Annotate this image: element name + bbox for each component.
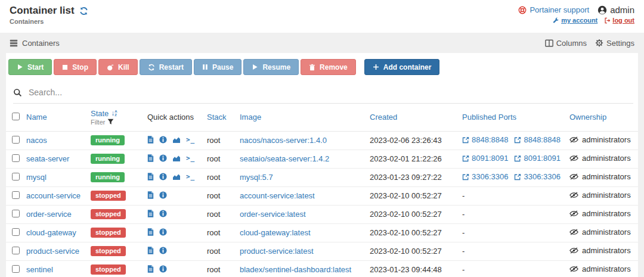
stats-icon[interactable]: [172, 136, 181, 143]
search-bar: [13, 82, 633, 104]
container-actions-toolbar: StartStopKillRestartPauseResumeRemoveAdd…: [6, 53, 638, 77]
container-name-link[interactable]: cloud-gateway: [26, 228, 76, 237]
filter-icon[interactable]: [107, 119, 114, 125]
console-icon[interactable]: >_: [186, 136, 195, 144]
image-link[interactable]: cloud-gateway:latest: [240, 228, 311, 237]
row-checkbox[interactable]: [12, 173, 20, 180]
column-header-created[interactable]: Created: [367, 104, 460, 131]
kill-button[interactable]: Kill: [98, 59, 138, 75]
state-badge: running: [91, 172, 125, 182]
inspect-icon[interactable]: [159, 154, 167, 162]
refresh-icon[interactable]: [79, 7, 88, 15]
console-icon[interactable]: >_: [186, 173, 195, 180]
start-button[interactable]: Start: [8, 59, 52, 75]
column-header-image[interactable]: Image: [237, 104, 367, 131]
image-link[interactable]: seataio/seata-server:1.4.2: [240, 154, 329, 163]
row-checkbox[interactable]: [12, 228, 20, 236]
column-header-name[interactable]: Name: [24, 104, 88, 131]
state-badge: stopped: [91, 264, 126, 275]
image-link[interactable]: bladex/sentinel-dashboard:latest: [240, 265, 351, 274]
container-name-link[interactable]: nacos: [26, 136, 47, 145]
row-checkbox[interactable]: [12, 247, 20, 254]
search-input[interactable]: [27, 87, 633, 98]
remove-button[interactable]: Remove: [301, 59, 356, 75]
portainer-support-link[interactable]: Portainer support: [518, 5, 589, 14]
image-link[interactable]: nacos/nacos-server:1.4.0: [240, 136, 327, 145]
logs-icon[interactable]: [147, 173, 154, 180]
container-name-link[interactable]: seata-server: [26, 154, 69, 163]
log-out-link[interactable]: log out: [604, 17, 634, 24]
logs-icon[interactable]: [147, 136, 154, 144]
published-port-link[interactable]: 8848:8848: [514, 135, 560, 144]
select-all-checkbox[interactable]: [12, 113, 20, 120]
logs-icon[interactable]: [147, 228, 154, 236]
sign-out-icon: [604, 17, 611, 24]
eye-slash-icon: [569, 228, 578, 236]
image-link[interactable]: product-service:latest: [240, 247, 314, 256]
username: admin: [610, 5, 634, 15]
published-port-link[interactable]: 3306:3306: [514, 172, 560, 181]
inspect-icon[interactable]: [159, 247, 167, 254]
settings-button[interactable]: Settings: [595, 39, 634, 48]
container-name-link[interactable]: mysql: [26, 173, 47, 182]
created-value: 2023-02-10 00:52:27: [370, 228, 442, 237]
inspect-icon[interactable]: [159, 173, 167, 180]
row-checkbox[interactable]: [12, 191, 20, 199]
sort-alpha-icon: ↓AZ: [111, 109, 117, 118]
state-badge: stopped: [91, 246, 126, 256]
add-container-button[interactable]: Add container: [364, 59, 440, 75]
row-checkbox[interactable]: [12, 210, 20, 217]
user-menu[interactable]: admin: [597, 5, 634, 15]
column-header-ownership[interactable]: Ownership: [567, 104, 638, 131]
pause-button[interactable]: Pause: [194, 59, 242, 75]
row-checkbox[interactable]: [12, 265, 20, 273]
container-name-link[interactable]: order-service: [26, 210, 72, 219]
logs-icon[interactable]: [147, 265, 154, 273]
column-header-published-ports[interactable]: Published Ports: [460, 104, 567, 131]
published-port-link[interactable]: 8091:8091: [514, 154, 560, 163]
eye-slash-icon: [569, 173, 578, 180]
inspect-icon[interactable]: [159, 136, 167, 144]
container-name-link[interactable]: sentinel: [26, 265, 53, 274]
column-header-stack[interactable]: Stack: [205, 104, 237, 131]
search-icon: [13, 88, 22, 97]
container-name-link[interactable]: account-service: [26, 191, 80, 200]
restart-button[interactable]: Restart: [140, 59, 192, 75]
logs-icon[interactable]: [147, 247, 154, 254]
no-ports-placeholder: -: [462, 228, 465, 237]
ownership-value: administrators: [569, 154, 631, 163]
container-name-link[interactable]: product-service: [26, 247, 79, 256]
published-port-link[interactable]: 3306:3306: [462, 172, 508, 181]
inspect-icon[interactable]: [159, 210, 167, 217]
logs-icon[interactable]: [147, 154, 154, 162]
ownership-value: administrators: [569, 264, 631, 273]
row-checkbox[interactable]: [12, 154, 20, 162]
image-link[interactable]: account-service:latest: [240, 191, 315, 200]
wrench-icon: [553, 17, 559, 24]
image-link[interactable]: mysql:5.7: [240, 173, 273, 182]
stats-icon[interactable]: [172, 173, 181, 180]
published-port-link[interactable]: 8091:8091: [462, 154, 508, 163]
stop-button[interactable]: Stop: [54, 59, 97, 75]
console-icon[interactable]: >_: [186, 154, 195, 162]
life-ring-icon: [518, 6, 527, 14]
logs-icon[interactable]: [147, 191, 154, 199]
user-circle-icon: [597, 5, 607, 15]
image-link[interactable]: order-service:latest: [240, 210, 306, 219]
stats-icon[interactable]: [172, 154, 181, 161]
inspect-icon[interactable]: [159, 228, 167, 236]
inspect-icon[interactable]: [159, 191, 167, 199]
row-checkbox[interactable]: [12, 136, 20, 144]
state-badge: running: [91, 154, 125, 164]
my-account-link[interactable]: my account: [553, 17, 597, 24]
column-header-state[interactable]: State ↓AZ Filter: [88, 104, 145, 131]
play-icon: [252, 64, 258, 70]
logs-icon[interactable]: [147, 210, 154, 217]
table-header-row: Name State ↓AZ Filter Quick: [6, 104, 638, 131]
columns-button[interactable]: Columns: [545, 39, 587, 48]
inspect-icon[interactable]: [159, 265, 167, 273]
table-row: cloud-gateway stopped root cloud-gateway…: [6, 223, 638, 242]
published-port-link[interactable]: 8848:8848: [462, 135, 508, 144]
resume-button[interactable]: Resume: [243, 59, 299, 75]
page-title: Container list: [10, 5, 75, 17]
